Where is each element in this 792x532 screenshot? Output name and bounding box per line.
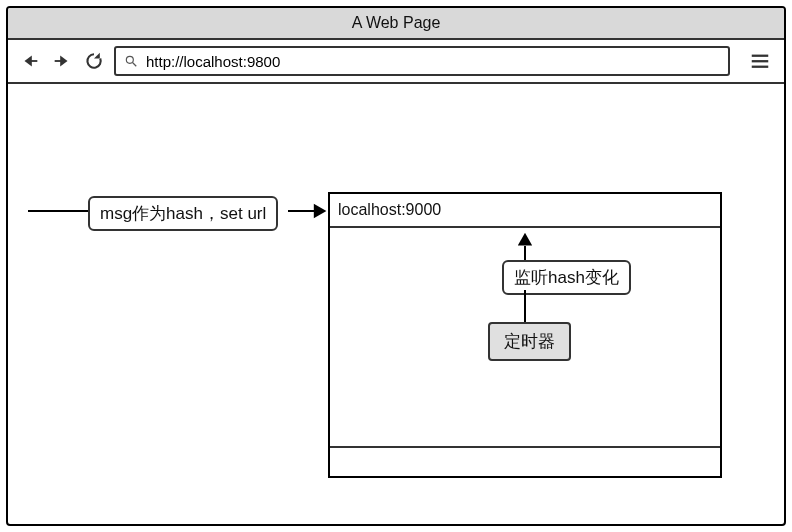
iframe-url-text: localhost:9000 — [338, 201, 441, 219]
svg-line-3 — [133, 63, 137, 67]
browser-toolbar — [8, 40, 784, 84]
window-title: A Web Page — [352, 14, 441, 32]
arrow-timer-lower — [524, 290, 526, 322]
msg-hash-text: msg作为hash，set url — [100, 204, 266, 223]
msg-hash-label: msg作为hash，set url — [88, 196, 278, 231]
menu-button[interactable] — [746, 47, 774, 75]
address-bar[interactable] — [114, 46, 730, 76]
svg-rect-6 — [752, 66, 769, 68]
listen-hash-text: 监听hash变化 — [514, 268, 619, 287]
iframe-url-bar: localhost:9000 — [330, 194, 720, 228]
page-content: msg作为hash，set url localhost:9000 监听hash变… — [8, 84, 784, 524]
iframe-footer — [330, 446, 720, 476]
timer-text: 定时器 — [504, 332, 555, 351]
arrow-left-icon — [19, 50, 41, 72]
listen-hash-label: 监听hash变化 — [502, 260, 631, 295]
svg-rect-1 — [55, 60, 64, 62]
svg-rect-5 — [752, 60, 769, 62]
reload-icon — [84, 51, 104, 71]
hamburger-icon — [749, 50, 771, 72]
svg-rect-4 — [752, 55, 769, 57]
search-icon — [124, 54, 138, 68]
svg-point-2 — [126, 56, 133, 63]
back-button[interactable] — [18, 47, 42, 75]
arrow-timer-upper — [524, 246, 526, 260]
window-titlebar: A Web Page — [8, 8, 784, 40]
browser-window: A Web Page — [6, 6, 786, 526]
forward-button[interactable] — [50, 47, 74, 75]
timer-box: 定时器 — [488, 322, 571, 361]
reload-button[interactable] — [82, 47, 106, 75]
svg-rect-0 — [28, 60, 37, 62]
url-input[interactable] — [144, 52, 720, 71]
arrow-right-icon — [51, 50, 73, 72]
arrow-msg-tail — [28, 210, 88, 212]
